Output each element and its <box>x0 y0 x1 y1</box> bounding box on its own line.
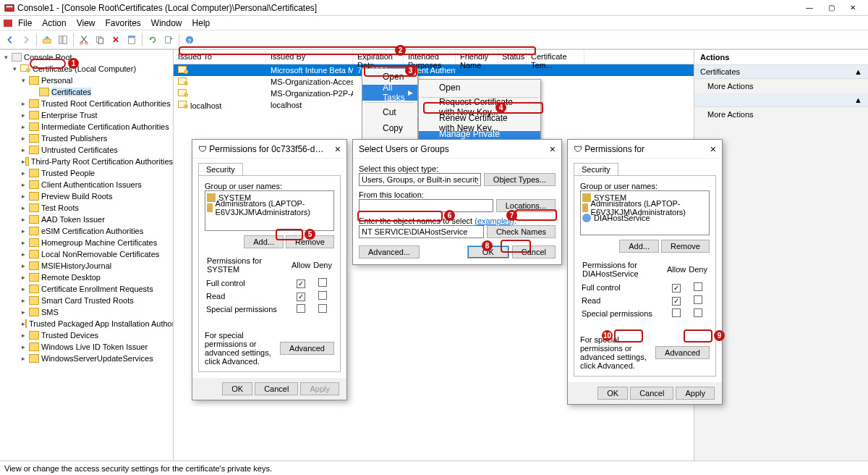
tree-console-root[interactable]: ▾Console Root <box>0 51 173 63</box>
ctx-all-tasks[interactable]: All Tasks▶ <box>362 85 417 101</box>
collapse-icon[interactable]: ▲ <box>854 67 862 76</box>
chk-deny-full[interactable] <box>318 278 327 287</box>
actions-more-1[interactable]: More Actions <box>694 79 868 93</box>
col-template[interactable]: Certificate Tem... <box>527 50 584 64</box>
col-issued-by[interactable]: Issued By <box>266 50 353 64</box>
list-header[interactable]: Issued To Issued By Expiration Date Inte… <box>174 50 694 64</box>
sub-open[interactable]: Open <box>419 80 540 96</box>
dlg2-check-names[interactable]: Check Names <box>487 225 556 238</box>
menu-help[interactable]: Help <box>187 18 216 28</box>
col-expiration[interactable]: Expiration Date <box>353 50 404 64</box>
actions-more-2[interactable]: More Actions <box>694 107 868 122</box>
close-button[interactable]: ✕ <box>842 1 864 15</box>
tree-item[interactable]: ▸Third-Party Root Certification Authorit… <box>0 156 173 167</box>
maximize-button[interactable]: ▢ <box>820 1 842 15</box>
tree-item[interactable]: ▸Trusted Root Certification Authorities <box>0 98 173 109</box>
tree-certificates-node[interactable]: Certificates <box>0 86 173 98</box>
tree-item[interactable]: ▸Test Roots <box>0 202 173 214</box>
tree-item[interactable]: ▸AAD Token Issuer <box>0 214 173 225</box>
dlg1-advanced-button[interactable]: Advanced <box>280 342 334 355</box>
cut-button[interactable] <box>77 33 91 47</box>
dlg2-close[interactable]: × <box>550 143 556 155</box>
tree-item[interactable]: ▸Client Authentication Issuers <box>0 179 173 190</box>
ctx-cut[interactable]: Cut <box>362 104 417 120</box>
dlg3-remove-button[interactable]: Remove <box>661 240 710 253</box>
tree-item[interactable]: ▸WindowsServerUpdateServices <box>0 353 173 364</box>
tree-certificates-local[interactable]: ▾Certificates (Local Computer) <box>0 63 173 75</box>
dlg1-apply[interactable]: Apply <box>300 382 339 395</box>
dlg1-ok[interactable]: OK <box>222 382 252 395</box>
dlg1-add-button[interactable]: Add... <box>244 235 284 248</box>
properties-button[interactable] <box>124 33 139 47</box>
chk-allow-full[interactable]: ✓ <box>672 284 681 293</box>
refresh-button[interactable] <box>145 33 160 47</box>
export-list-button[interactable] <box>161 33 176 47</box>
tree-item[interactable]: ▸Enterprise Trust <box>0 109 173 121</box>
chk-deny-read[interactable] <box>694 295 702 304</box>
table-row[interactable]: Microsoft Intune Beta MDM De...7/8/2021C… <box>174 64 694 76</box>
dlg3-close[interactable]: × <box>710 143 716 155</box>
back-button[interactable] <box>3 33 17 47</box>
tree-item[interactable]: ▸Certificate Enrollment Requests <box>0 283 173 295</box>
dlg1-cancel[interactable]: Cancel <box>255 382 298 395</box>
menu-window[interactable]: Window <box>146 18 187 28</box>
dlg2-cancel[interactable]: Cancel <box>512 245 556 258</box>
tree-item[interactable]: ▸Smart Card Trusted Roots <box>0 295 173 306</box>
dlg2-location[interactable] <box>359 199 493 212</box>
help-button[interactable]: ? <box>182 33 197 47</box>
dlg2-advanced[interactable]: Advanced... <box>359 245 420 258</box>
dlg3-tab-security[interactable]: Security <box>574 163 618 175</box>
tree-item[interactable]: ▸Windows Live ID Token Issuer <box>0 341 173 353</box>
dlg3-advanced-button[interactable]: Advanced <box>655 346 710 359</box>
col-purposes[interactable]: Intended Purposes <box>404 50 456 64</box>
menu-favorites[interactable]: Favorites <box>101 18 146 28</box>
tree-item[interactable]: ▸Remote Desktop <box>0 272 173 283</box>
tree-item[interactable]: ▸Untrusted Certificates <box>0 144 173 156</box>
copy-button[interactable] <box>93 33 107 47</box>
tree-item[interactable]: ▸eSIM Certification Authorities <box>0 225 173 237</box>
show-hide-button[interactable] <box>56 33 70 47</box>
dlg2-locations-button[interactable]: Locations... <box>496 199 556 212</box>
actions-section-selected[interactable]: ▲ <box>694 93 868 107</box>
actions-section-certificates[interactable]: Certificates▲ <box>694 65 868 79</box>
menu-action[interactable]: Action <box>37 18 71 28</box>
tree-item[interactable]: ▸SMS <box>0 306 173 318</box>
chk-deny-read[interactable] <box>318 291 327 300</box>
tree-item[interactable]: ▸Preview Build Roots <box>0 190 173 202</box>
chk-deny-full[interactable] <box>694 282 702 291</box>
tree-item[interactable]: ▸MSIEHistoryJournal <box>0 260 173 272</box>
chk-allow-read[interactable]: ✓ <box>672 297 681 306</box>
dlg3-user-list[interactable]: SYSTEM Administrators (LAPTOP-E6V3JKJM\A… <box>580 190 710 235</box>
dlg2-object-types-button[interactable]: Object Types... <box>484 173 556 186</box>
dlg1-tab-security[interactable]: Security <box>198 163 243 175</box>
minimize-button[interactable]: — <box>799 1 820 15</box>
dlg3-apply[interactable]: Apply <box>676 387 715 400</box>
menu-file[interactable]: File <box>13 18 37 28</box>
ctx-copy[interactable]: Copy <box>362 120 417 136</box>
col-friendly[interactable]: Friendly Name <box>456 50 498 64</box>
dlg3-cancel[interactable]: Cancel <box>630 387 673 400</box>
tree-item[interactable]: ▸Trusted Packaged App Installation Autho… <box>0 318 173 329</box>
tree-item[interactable]: ▸Local NonRemovable Certificates <box>0 248 173 260</box>
tree-item[interactable]: ▸Homegroup Machine Certificates <box>0 237 173 248</box>
chk-allow-read[interactable]: ✓ <box>297 293 305 301</box>
tree-personal[interactable]: ▾Personal <box>0 75 173 86</box>
tree-item[interactable]: ▸Trusted Publishers <box>0 133 173 144</box>
tree-item[interactable]: ▸Trusted Devices <box>0 329 173 341</box>
forward-button[interactable] <box>19 33 33 47</box>
tree-item[interactable]: ▸Trusted People <box>0 167 173 179</box>
col-status[interactable]: Status <box>498 50 527 64</box>
dlg1-remove-button[interactable]: Remove <box>286 235 334 248</box>
up-button[interactable] <box>40 33 54 47</box>
dlg1-user-list[interactable]: SYSTEM Administrators (LAPTOP-E6V3JKJM\A… <box>205 190 334 231</box>
collapse-icon[interactable]: ▲ <box>854 96 862 104</box>
tree-item[interactable]: ▸Intermediate Certification Authorities <box>0 121 173 133</box>
dlg3-ok[interactable]: OK <box>597 387 628 400</box>
tree-pane[interactable]: ▾Console Root ▾Certificates (Local Compu… <box>0 50 174 461</box>
dlg3-add-button[interactable]: Add... <box>619 240 659 253</box>
delete-button[interactable]: ✕ <box>109 33 123 47</box>
dlg1-close[interactable]: × <box>335 143 341 155</box>
col-issued-to[interactable]: Issued To <box>174 50 266 64</box>
chk-allow-full[interactable]: ✓ <box>297 279 305 288</box>
dlg2-ok[interactable]: OK <box>467 245 509 258</box>
